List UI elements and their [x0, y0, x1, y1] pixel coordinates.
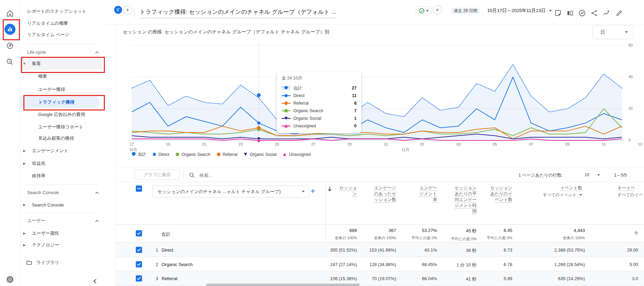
dimension-dropdown[interactable]: セッションのメインのチャネル ...ォルト チャネル グループ) — [152, 186, 309, 198]
edit-icon[interactable] — [615, 9, 623, 17]
select-all-checkbox[interactable] — [136, 186, 142, 192]
sidebar-item-acquisition-overview[interactable]: 概要 — [20, 71, 102, 82]
column-header[interactable]: セッションあたりのイベント数 — [489, 185, 512, 203]
nav-item-label: Google 広告以外の費用 — [38, 112, 85, 118]
column-header[interactable]: セッションあたりの平均エンゲージメント時間 — [453, 185, 477, 214]
notes-icon[interactable] — [554, 9, 562, 17]
triangle-right-icon[interactable]: ▶ — [22, 203, 26, 206]
table-row[interactable]: 3Referral106 (15.38%)70 (19.07%)66.04%41… — [116, 271, 644, 286]
sidebar-item-monetization[interactable]: ▶収益化 — [20, 158, 102, 169]
legend-marker-icon — [283, 152, 287, 157]
column-header[interactable]: キーイベすべてのイベ — [618, 185, 644, 198]
triangle-right-icon[interactable]: ▶ — [22, 149, 26, 152]
sidebar-section-user-section[interactable]: ユーザー — [20, 215, 102, 226]
legend-label: Organic Social — [250, 152, 276, 157]
column-header-filter[interactable]: すべてのイベ — [618, 192, 644, 198]
sidebar-item-acquisition[interactable]: ▼集客 — [20, 58, 102, 70]
sidebar-item-user-attributes[interactable]: ▶ユーザー属性 — [20, 227, 102, 239]
add-comparison-icon[interactable]: + — [123, 6, 132, 14]
section-label: Life cycle — [27, 50, 46, 55]
legend-item[interactable]: Direct — [152, 152, 169, 157]
reports-icon[interactable] — [4, 23, 16, 35]
totals-cell: 6.45平均との差 0% — [487, 228, 512, 241]
sidebar-item-engagement[interactable]: ▶エンゲージメント — [20, 145, 102, 157]
advertising-icon[interactable] — [4, 56, 16, 68]
explore-icon[interactable] — [4, 40, 16, 52]
report-title[interactable]: トラフィック獲得: セッションのメインのチャネル グループ（デフォルト ... — [140, 8, 336, 18]
triangle-right-icon[interactable]: ▶ — [22, 243, 26, 247]
tooltip-series-label: Direct — [293, 93, 305, 98]
rows-per-page-select[interactable]: 10 — [585, 172, 589, 177]
nav-item-label: ユーザー獲得 — [38, 86, 65, 93]
column-header[interactable]: エンゲージメント率 — [417, 185, 437, 203]
legend-marker-icon — [217, 152, 221, 157]
collapse-sidebar-icon[interactable] — [92, 278, 98, 284]
row-checkbox[interactable] — [136, 247, 142, 253]
legend-item[interactable]: Referral — [217, 152, 238, 157]
sidebar-item-user-acquisition-cohorts[interactable]: ユーザー獲得コホート — [20, 121, 102, 133]
triangle-down-icon[interactable]: ▼ — [22, 62, 26, 65]
admin-settings-icon[interactable] — [4, 274, 16, 285]
generated-insights-icon[interactable] — [602, 9, 610, 17]
column-header-filter[interactable]: すべてのイベント — [520, 192, 582, 198]
sidebar-item-library[interactable]: ライブラリ — [20, 257, 102, 268]
search-input[interactable] — [199, 171, 345, 180]
report-status-pill[interactable] — [415, 6, 432, 15]
chevron-down-icon[interactable] — [597, 174, 600, 176]
row-checkbox[interactable] — [136, 261, 142, 267]
sidebar-section-life-cycle[interactable]: Life cycle — [20, 46, 102, 58]
horizontal-scrollbar[interactable] — [206, 284, 360, 286]
chevron-up-icon[interactable] — [95, 50, 99, 54]
table-row[interactable]: 2Organic Search187 (27.14%)128 (34.88%)6… — [116, 257, 644, 271]
totals-cell: 367全体の 100% — [374, 228, 396, 241]
add-report-item-icon[interactable]: + — [433, 6, 442, 14]
tooltip-series-icon — [282, 109, 291, 113]
sessions-line-chart[interactable] — [116, 34, 631, 158]
y-axis-tick: 40 — [629, 75, 633, 79]
nav-item-label: リアルタイムの概要 — [27, 20, 68, 27]
sidebar-section-search-console-section[interactable]: Search Console — [20, 187, 102, 198]
sidebar-item-lead-generation[interactable]: 見込み顧客の獲得 — [20, 133, 102, 144]
tooltip-series-value: 27 — [352, 86, 357, 91]
sidebar-item-traffic-acquisition[interactable]: トラフィック獲得 — [20, 96, 102, 108]
triangle-right-icon[interactable]: ▶ — [22, 232, 26, 235]
triangle-right-icon[interactable]: ▶ — [22, 162, 26, 165]
channel-name: Direct — [162, 247, 173, 253]
sidebar-item-non-google-ads-cost[interactable]: Google 広告以外の費用 — [20, 109, 102, 120]
property-avatar[interactable]: す — [114, 6, 122, 14]
sidebar-item-retention[interactable]: 維持率 — [20, 170, 102, 182]
column-header-title: エンゲージメント率 — [419, 186, 437, 202]
legend-item[interactable]: 合計 — [132, 151, 146, 157]
divider — [134, 9, 134, 18]
show-on-chart-button[interactable]: グラフに表示 — [134, 170, 180, 180]
legend-item[interactable]: Organic Search — [175, 152, 210, 157]
tooltip-series-value: 11 — [352, 93, 357, 98]
compare-icon[interactable] — [566, 9, 574, 17]
column-header[interactable]: セッション — [337, 185, 357, 197]
chevron-up-icon[interactable] — [95, 219, 99, 223]
table-row[interactable]: 1Direct355 (51.52%)153 (41.69%)43.1%36 秒… — [116, 243, 644, 257]
metric-cell: 36 秒 — [466, 247, 477, 254]
row-checkbox[interactable] — [136, 230, 142, 236]
sidebar-item-user-acquisition[interactable]: ユーザー獲得 — [20, 84, 102, 95]
sidebar-item-realtime-pages[interactable]: リアルタイム ページ — [20, 29, 102, 41]
legend-item[interactable]: Unassigned — [283, 152, 310, 157]
share-icon[interactable] — [590, 9, 598, 17]
divider — [183, 170, 184, 180]
column-header[interactable]: エンゲージのあったセッション数 — [373, 185, 396, 203]
chevron-up-icon[interactable] — [95, 191, 99, 195]
divider — [116, 168, 644, 168]
date-range-selector[interactable]: 10月17日～2025年11月13日 — [487, 8, 552, 14]
insights-icon[interactable] — [578, 9, 586, 17]
sidebar-item-realtime-overview[interactable]: リアルタイムの概要 — [20, 18, 102, 29]
legend-item[interactable]: Organic Social — [243, 152, 276, 157]
sort-descending-icon[interactable] — [327, 186, 332, 192]
sidebar-item-search-console[interactable]: ▶Search Console — [20, 199, 102, 211]
add-dimension-icon[interactable]: + — [310, 186, 315, 196]
metric-cell: 635 (14.29%) — [558, 276, 585, 281]
sidebar-item-reports-snapshot[interactable]: レポートのスナップショット — [20, 6, 102, 17]
sidebar-item-technology[interactable]: ▶テクノロジー — [20, 239, 102, 251]
row-checkbox[interactable] — [136, 275, 142, 282]
home-icon[interactable] — [4, 8, 16, 19]
column-header[interactable]: イベント数すべてのイベント — [520, 185, 582, 198]
